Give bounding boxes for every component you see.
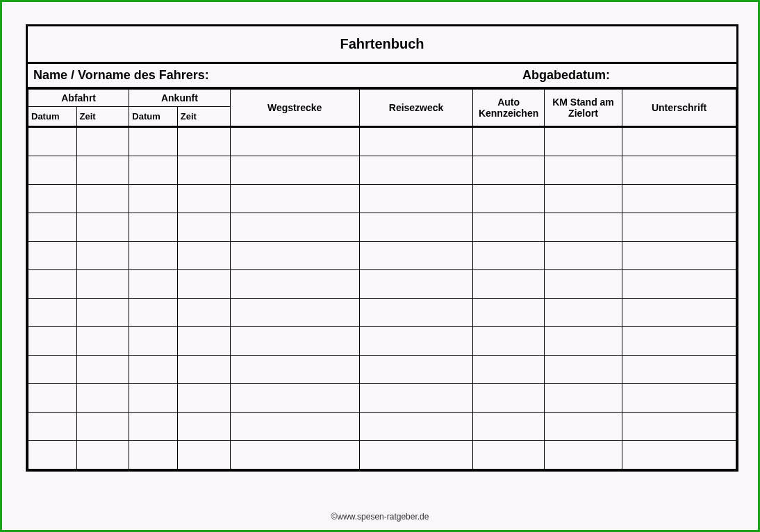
table-cell (129, 299, 178, 327)
table-cell (177, 441, 230, 469)
table-cell (28, 413, 77, 441)
table-cell (359, 127, 473, 156)
table-cell (76, 327, 129, 356)
document-frame: Fahrtenbuch Name / Vorname des Fahrers: … (0, 0, 760, 532)
table-cell (129, 413, 178, 441)
table-cell (230, 356, 359, 384)
table-cell (177, 384, 230, 413)
table-cell (177, 356, 230, 384)
logbook-sheet: Fahrtenbuch Name / Vorname des Fahrers: … (26, 24, 738, 472)
table-cell (230, 384, 359, 413)
table-cell (129, 185, 178, 213)
header-abfahrt: Abfahrt (28, 90, 129, 107)
table-cell (544, 413, 622, 441)
driver-name-label: Name / Vorname des Fahrers: (28, 64, 517, 87)
table-cell (129, 213, 178, 242)
table-cell (230, 441, 359, 469)
table-row (28, 213, 736, 242)
table-row (28, 156, 736, 185)
table-cell (473, 327, 544, 356)
table-cell (230, 242, 359, 270)
table-cell (28, 384, 77, 413)
table-cell (177, 185, 230, 213)
table-cell (129, 127, 178, 156)
table-cell (230, 127, 359, 156)
header-unterschrift: Unterschrift (622, 90, 736, 127)
table-cell (177, 156, 230, 185)
table-cell (544, 356, 622, 384)
meta-row: Name / Vorname des Fahrers: Abgabedatum: (28, 64, 736, 89)
table-cell (473, 384, 544, 413)
table-cell (359, 242, 473, 270)
table-cell (473, 156, 544, 185)
table-cell (544, 242, 622, 270)
table-row (28, 185, 736, 213)
table-row (28, 242, 736, 270)
table-row (28, 299, 736, 327)
table-cell (76, 384, 129, 413)
table-cell (129, 242, 178, 270)
table-cell (544, 441, 622, 469)
table-cell (28, 356, 77, 384)
table-cell (544, 384, 622, 413)
table-cell (359, 356, 473, 384)
table-row (28, 327, 736, 356)
footer-credit: ©www.spesen-ratgeber.de (26, 505, 734, 522)
table-cell (473, 127, 544, 156)
table-cell (129, 327, 178, 356)
logbook-table: Abfahrt Ankunft Wegstrecke Reisezweck Au… (28, 89, 736, 469)
header-ankunft-zeit: Zeit (177, 107, 230, 127)
header-kennzeichen: Auto Kennzeichen (473, 90, 544, 127)
table-cell (177, 270, 230, 299)
table-cell (544, 127, 622, 156)
table-row (28, 413, 736, 441)
table-cell (230, 299, 359, 327)
table-cell (473, 356, 544, 384)
table-cell (129, 156, 178, 185)
table-cell (230, 156, 359, 185)
table-cell (544, 213, 622, 242)
table-row (28, 441, 736, 469)
submission-date-label: Abgabedatum: (517, 64, 736, 87)
table-cell (28, 327, 77, 356)
table-cell (622, 213, 736, 242)
table-cell (473, 299, 544, 327)
table-cell (544, 156, 622, 185)
table-cell (129, 270, 178, 299)
table-cell (28, 156, 77, 185)
header-kmstand: KM Stand am Zielort (544, 90, 622, 127)
table-cell (544, 299, 622, 327)
table-cell (359, 213, 473, 242)
table-cell (76, 299, 129, 327)
table-cell (473, 413, 544, 441)
table-cell (230, 327, 359, 356)
table-row (28, 356, 736, 384)
table-cell (622, 327, 736, 356)
table-cell (76, 356, 129, 384)
table-cell (622, 413, 736, 441)
table-cell (230, 213, 359, 242)
table-cell (76, 213, 129, 242)
table-cell (28, 213, 77, 242)
table-cell (359, 384, 473, 413)
table-cell (359, 441, 473, 469)
table-cell (129, 441, 178, 469)
header-abfahrt-datum: Datum (28, 107, 77, 127)
table-cell (544, 185, 622, 213)
logbook-body (28, 127, 736, 469)
table-cell (622, 242, 736, 270)
table-cell (177, 327, 230, 356)
table-cell (473, 185, 544, 213)
table-cell (76, 270, 129, 299)
header-row-1: Abfahrt Ankunft Wegstrecke Reisezweck Au… (28, 90, 736, 107)
table-cell (622, 127, 736, 156)
table-cell (129, 384, 178, 413)
header-abfahrt-zeit: Zeit (76, 107, 129, 127)
table-cell (230, 270, 359, 299)
table-cell (28, 299, 77, 327)
header-ankunft: Ankunft (129, 90, 230, 107)
table-cell (76, 156, 129, 185)
table-cell (622, 270, 736, 299)
table-cell (177, 127, 230, 156)
table-cell (28, 185, 77, 213)
